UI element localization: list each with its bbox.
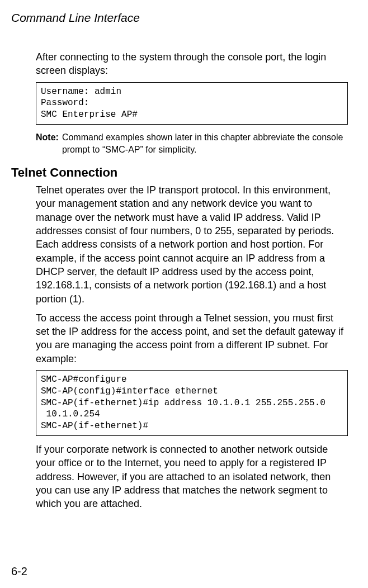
page-number: 6-2 [11, 565, 27, 578]
telnet-paragraph-1: Telnet operates over the IP transport pr… [36, 183, 348, 306]
note-block: Note: Command examples shown later in th… [36, 131, 348, 155]
code-box-configure: SMC-AP#configure SMC-AP(config)#interfac… [36, 370, 348, 436]
code-box-login: Username: admin Password: SMC Enterprise… [36, 82, 348, 125]
note-label: Note: [36, 131, 59, 155]
telnet-paragraph-2: To access the access point through a Tel… [36, 311, 348, 366]
section-heading-telnet: Telnet Connection [11, 165, 348, 180]
note-text: Command examples shown later in this cha… [62, 131, 348, 155]
page-header-title: Command Line Interface [11, 11, 348, 25]
intro-paragraph: After connecting to the system through t… [36, 50, 348, 78]
telnet-paragraph-3: If your corporate network is connected t… [36, 443, 348, 510]
